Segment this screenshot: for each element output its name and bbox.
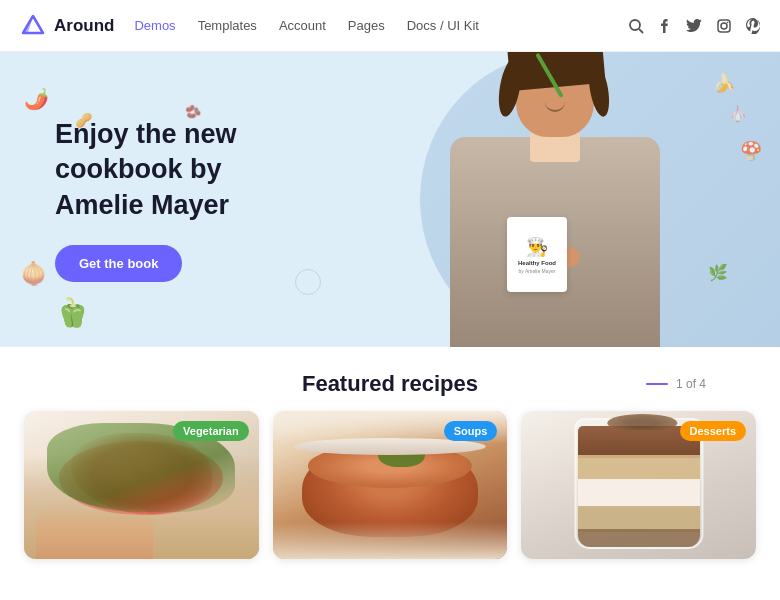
pagination-indicator: 1 of 4: [646, 377, 706, 391]
featured-title: Featured recipes: [302, 371, 478, 397]
logo-icon: [20, 13, 46, 39]
instagram-icon[interactable]: [716, 18, 732, 34]
featured-recipes-section: Featured recipes 1 of 4 Vegetarian: [0, 347, 780, 575]
svg-line-3: [639, 29, 643, 33]
recipe-card-soups[interactable]: Soups: [273, 411, 508, 559]
doodle-garlic: 🧄: [728, 104, 748, 123]
pagination-dot: [646, 383, 668, 386]
doodle-bellpepper: 🫑: [55, 296, 90, 329]
nav-link-account[interactable]: Account: [279, 18, 326, 33]
logo[interactable]: Around: [20, 13, 114, 39]
svg-point-6: [727, 21, 729, 23]
vegetarian-tag: Vegetarian: [173, 421, 249, 441]
svg-point-2: [630, 20, 640, 30]
nav-link-pages[interactable]: Pages: [348, 18, 385, 33]
nav-link-templates[interactable]: Templates: [198, 18, 257, 33]
recipe-cards-row: Vegetarian Soups: [24, 411, 756, 559]
twitter-icon[interactable]: [686, 19, 702, 32]
hero-section: Enjoy the new cookbook by Amelie Mayer G…: [0, 52, 780, 347]
doodle-mushroom: 🍄: [740, 140, 762, 162]
book-title: Healthy Food: [518, 260, 556, 266]
svg-rect-4: [718, 20, 730, 32]
featured-header: Featured recipes 1 of 4: [24, 371, 756, 397]
brand-name: Around: [54, 16, 114, 36]
desserts-tag: Desserts: [680, 421, 746, 441]
doodle-banana: 🍌: [713, 72, 735, 94]
nav-right-icons: [628, 18, 760, 34]
hero-cta-button[interactable]: Get the book: [55, 245, 182, 282]
svg-point-5: [721, 23, 727, 29]
soups-tag: Soups: [444, 421, 498, 441]
search-icon[interactable]: [628, 18, 644, 34]
person-illustration: 👨‍🍳 Healthy Food by Amelie Mayer: [430, 62, 680, 347]
nav-link-demos[interactable]: Demos: [134, 18, 175, 33]
navbar: Around Demos Templates Account Pages Doc…: [0, 0, 780, 52]
nav-links: Demos Templates Account Pages Docs / UI …: [134, 18, 628, 33]
recipe-card-desserts[interactable]: Desserts: [521, 411, 756, 559]
doodle-pepper: 🌶️: [24, 87, 49, 111]
book-subtitle: by Amelie Mayer: [519, 268, 556, 274]
pinterest-icon[interactable]: [746, 18, 760, 34]
nav-link-docs[interactable]: Docs / UI Kit: [407, 18, 479, 33]
hero-title: Enjoy the new cookbook by Amelie Mayer: [55, 117, 285, 224]
book-prop: 👨‍🍳 Healthy Food by Amelie Mayer: [507, 217, 567, 292]
hero-content: Enjoy the new cookbook by Amelie Mayer G…: [0, 117, 340, 283]
doodle-herb: 🌿: [708, 263, 728, 282]
recipe-card-vegetarian[interactable]: Vegetarian: [24, 411, 259, 559]
facebook-icon[interactable]: [658, 19, 672, 33]
pagination-text: 1 of 4: [676, 377, 706, 391]
